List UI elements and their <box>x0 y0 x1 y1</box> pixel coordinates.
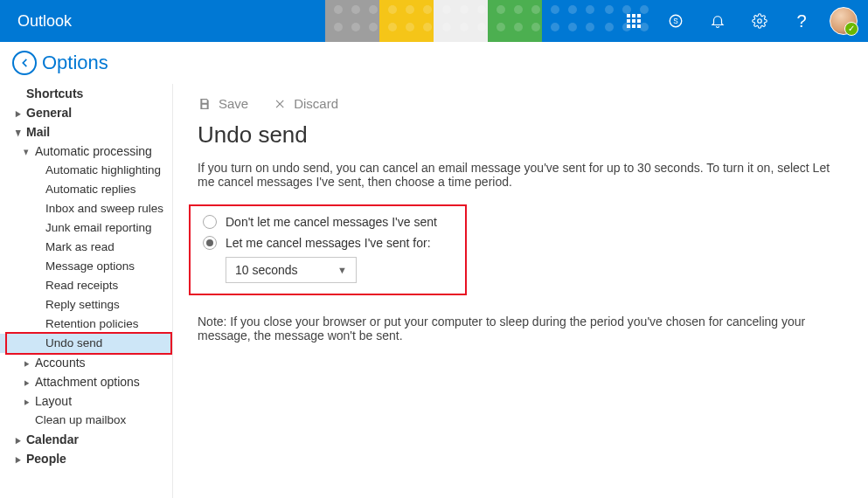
settings-icon[interactable] <box>740 0 779 42</box>
radio-dont-cancel[interactable]: Don't let me cancel messages I've sent <box>203 215 833 229</box>
options-heading: Options <box>42 52 108 74</box>
sidebar-item-reply-settings[interactable]: Reply settings <box>0 295 172 315</box>
back-button[interactable] <box>12 51 37 75</box>
sidebar-item-read-receipts[interactable]: Read receipts <box>0 276 172 295</box>
user-avatar[interactable] <box>830 7 858 35</box>
header-actions: S ? <box>615 0 868 42</box>
svg-point-11 <box>758 19 762 24</box>
options-heading-row: Options <box>0 42 868 84</box>
svg-rect-3 <box>627 19 630 23</box>
select-value: 10 seconds <box>235 263 298 277</box>
discard-label: Discard <box>294 96 338 111</box>
chevron-down-icon: ▼ <box>337 265 347 275</box>
undo-send-options: Don't let me cancel messages I've sent L… <box>192 204 844 301</box>
sidebar-item-mark-as-read[interactable]: Mark as read <box>0 238 172 257</box>
help-icon[interactable]: ? <box>782 0 821 42</box>
svg-rect-6 <box>627 24 630 28</box>
sidebar-item-accounts[interactable]: Accounts <box>0 353 172 372</box>
sidebar-item-message-options[interactable]: Message options <box>0 257 172 276</box>
app-header: Outlook S ? <box>0 0 868 42</box>
radio-let-me-cancel[interactable]: Let me cancel messages I've sent for: <box>203 236 833 250</box>
content-pane: Save Discard Undo send If you turn on un… <box>173 84 868 498</box>
sidebar-item-attachment-options[interactable]: Attachment options <box>0 372 172 391</box>
radio-button-icon <box>203 236 217 250</box>
sidebar-item-undo-send[interactable]: Undo send <box>0 334 172 353</box>
sidebar-item-automatic-replies[interactable]: Automatic replies <box>0 180 172 199</box>
page-title: Undo send <box>198 121 844 149</box>
page-description: If you turn on undo send, you can cancel… <box>198 161 836 189</box>
sidebar-item-general[interactable]: General <box>0 103 172 122</box>
svg-rect-8 <box>637 24 641 28</box>
page-note: Note: If you close your browser or put y… <box>198 315 836 342</box>
radio-label: Let me cancel messages I've sent for: <box>226 236 431 250</box>
options-sidebar: Shortcuts General Mail Automatic process… <box>0 84 173 498</box>
sidebar-shortcuts: Shortcuts <box>0 84 172 103</box>
svg-rect-5 <box>637 19 641 23</box>
sidebar-item-junk-reporting[interactable]: Junk email reporting <box>0 218 172 238</box>
radio-button-icon <box>203 215 217 229</box>
svg-text:S: S <box>673 17 678 25</box>
radio-label: Don't let me cancel messages I've sent <box>226 215 437 229</box>
theme-decoration <box>325 0 650 42</box>
sidebar-item-clean-up-mailbox[interactable]: Clean up mailbox <box>0 411 172 430</box>
discard-button[interactable]: Discard <box>274 96 338 111</box>
sidebar-item-inbox-sweep[interactable]: Inbox and sweep rules <box>0 199 172 218</box>
svg-rect-0 <box>627 14 630 17</box>
svg-rect-2 <box>637 14 641 17</box>
action-row: Save Discard <box>198 96 844 111</box>
brand-label: Outlook <box>0 12 72 31</box>
save-button[interactable]: Save <box>198 96 248 111</box>
sidebar-item-automatic-highlighting[interactable]: Automatic highlighting <box>0 161 172 180</box>
save-label: Save <box>219 96 248 111</box>
sidebar-item-mail[interactable]: Mail <box>0 122 172 142</box>
notifications-icon[interactable] <box>698 0 737 42</box>
sidebar-item-calendar[interactable]: Calendar <box>0 430 172 449</box>
app-launcher-icon[interactable] <box>615 0 653 42</box>
time-period-select[interactable]: 10 seconds ▼ <box>226 257 357 283</box>
svg-rect-4 <box>632 19 635 23</box>
svg-rect-7 <box>632 24 635 28</box>
sidebar-item-retention-policies[interactable]: Retention policies <box>0 315 172 334</box>
sidebar-item-layout[interactable]: Layout <box>0 391 172 411</box>
sidebar-item-people[interactable]: People <box>0 449 172 468</box>
sidebar-item-automatic-processing[interactable]: Automatic processing <box>0 142 172 161</box>
svg-rect-1 <box>632 14 635 17</box>
sidebar-item-label: Undo send <box>45 336 102 349</box>
skype-icon[interactable]: S <box>656 0 695 42</box>
